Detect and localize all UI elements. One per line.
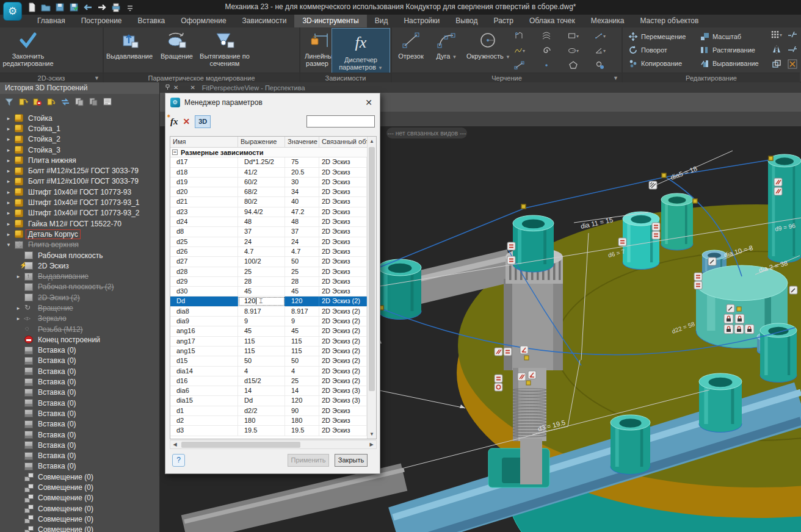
cell-name[interactable]: d25 (170, 237, 238, 246)
table-row[interactable]: d3 19.5 19.5 2D Эскиз (170, 426, 367, 436)
expander-icon[interactable]: ▸ (5, 147, 12, 153)
cell-expression[interactable]: 115 (238, 347, 285, 356)
table-row[interactable]: d16 d15/2 25 2D Эскиз (2) (170, 376, 367, 386)
cell-expression[interactable]: 14 (238, 386, 285, 395)
cell-value[interactable]: 25 (285, 267, 319, 276)
table-row[interactable]: dia8 8.917 8.917 2D Эскиз (2) (170, 307, 367, 317)
table-row[interactable]: d18 41/2 20.5 2D Эскиз (170, 168, 367, 178)
tree-item[interactable]: ▸ Деталь Корпус (0, 229, 159, 239)
revolve-button[interactable]: Вращение (158, 27, 195, 73)
cell-expression[interactable]: 94.4/2 (238, 207, 285, 217)
cell-object[interactable]: 2D Эскиз (319, 267, 367, 276)
expander-icon[interactable]: ▸ (5, 231, 12, 237)
cell-object[interactable]: 2D Эскиз (319, 168, 367, 177)
cell-expression[interactable]: 50 (238, 356, 285, 365)
cell-value[interactable]: 20.5 (285, 168, 319, 177)
cell-value[interactable]: 8.917 (285, 307, 319, 316)
collapse-group-icon[interactable]: − (172, 149, 178, 155)
cell-expression[interactable]: 28 (238, 277, 285, 286)
sync-icon[interactable] (60, 97, 70, 107)
cell-name[interactable]: d29 (170, 277, 238, 286)
cell-value[interactable]: 34 (285, 187, 319, 196)
close-tab-icon[interactable]: ✕ (190, 84, 195, 91)
cell-expression[interactable]: 60/2 (238, 178, 285, 187)
save-icon[interactable] (55, 2, 65, 12)
cell-object[interactable]: 2D Эскиз (319, 247, 367, 256)
cell-object[interactable]: 2D Эскиз (2) (319, 337, 367, 346)
close-icon[interactable]: ✕ (363, 98, 375, 107)
customize-toolbar-icon[interactable] (125, 2, 135, 12)
redo-icon[interactable] (97, 2, 107, 12)
cell-value[interactable]: 14 (285, 386, 319, 395)
cell-expression[interactable]: 48 (238, 217, 285, 226)
rebuild-error-icon[interactable] (32, 97, 42, 107)
tree-item[interactable]: Вставка (0) (0, 408, 159, 419)
table-row[interactable]: d2 180 180 2D Эскиз (170, 416, 367, 426)
expander-icon[interactable]: ▸ (5, 200, 12, 206)
cell-name[interactable]: dia14 (170, 367, 238, 376)
expander-icon[interactable]: ▸ (5, 178, 12, 184)
open-file-icon[interactable] (41, 2, 51, 12)
cell-value[interactable]: 28 (285, 277, 319, 286)
cell-object[interactable]: 2D Эскиз (319, 197, 367, 206)
table-row[interactable]: dia14 4 4 2D Эскиз (2) (170, 367, 367, 376)
cell-expression[interactable]: 8.917 (238, 307, 285, 316)
ribbon-tab[interactable]: Облака точек (521, 15, 583, 27)
table-row[interactable]: d1 d2/2 90 2D Эскиз (170, 406, 367, 416)
help-button[interactable]: ? (172, 454, 185, 467)
group-row-dimensional[interactable]: − Размерные зависимости (170, 148, 367, 157)
expander-icon[interactable]: ▸ (5, 157, 12, 164)
cell-expression[interactable]: Dd*1.25/2 (238, 157, 285, 167)
cell-name[interactable]: d24 (170, 217, 238, 226)
cell-value[interactable]: 180 (285, 416, 319, 425)
tree-item[interactable]: ▸ Штифт 10x40# ГОСТ 10773-93 (0, 187, 159, 197)
table-row[interactable]: d20 68/2 34 2D Эскиз (170, 187, 367, 197)
cell-expression[interactable]: 19.5 (238, 426, 285, 435)
cell-name[interactable]: d2 (170, 416, 238, 425)
close-button[interactable]: Закрыть (335, 454, 368, 467)
tree-item[interactable]: Совмещение (0) (0, 493, 159, 503)
table-row[interactable]: d19 60/2 30 2D Эскиз (170, 178, 367, 187)
cell-expression[interactable]: 120 (238, 297, 285, 306)
cell-object[interactable]: 2D Эскиз (319, 287, 367, 296)
align-button[interactable]: Выравнивание (699, 57, 759, 70)
cell-expression[interactable]: 41/2 (238, 168, 285, 177)
array-icon[interactable]: ▾ (771, 30, 782, 40)
dialog-titlebar[interactable]: ⚙ Менеджер параметров ✕ (165, 93, 380, 112)
vertical-scrollbar[interactable]: ▲ ▼ (367, 137, 376, 439)
cell-object[interactable]: 2D Эскиз (319, 217, 367, 226)
tree-item[interactable]: 2D Эскиз (0, 261, 159, 271)
ribbon-tab[interactable]: Главная (29, 15, 73, 27)
cell-name[interactable]: d15 (170, 356, 238, 365)
tree-item[interactable]: Вставка (0) (0, 419, 159, 430)
ribbon-tab[interactable]: Построение (73, 15, 130, 27)
cell-object[interactable]: 2D Эскиз (2) (319, 307, 367, 316)
tree-item[interactable]: Вставка (0) (0, 430, 159, 440)
cell-name[interactable]: d18 (170, 168, 238, 177)
cell-expression[interactable]: d2/2 (238, 406, 285, 415)
cell-object[interactable]: 2D Эскиз (3) (319, 386, 367, 395)
paste-history-icon[interactable] (88, 97, 98, 107)
apply-button[interactable]: Применить (288, 454, 329, 467)
ribbon-tab[interactable]: Вставка (130, 15, 173, 27)
application-menu-button[interactable]: ⚙ (3, 2, 22, 21)
expander-icon[interactable]: ▸ (5, 189, 12, 195)
table-row[interactable]: d26 4.7 4.7 2D Эскиз (170, 247, 367, 257)
cell-object[interactable]: 2D Эскиз (3) (319, 396, 367, 405)
ribbon-tab[interactable]: 3D-инструменты (294, 15, 366, 27)
scale-button[interactable]: Масштаб (699, 30, 759, 43)
cell-value[interactable]: 75 (285, 157, 319, 167)
ribbon-tab[interactable]: Оформление (173, 15, 234, 27)
table-row[interactable]: dia9 9 9 2D Эскиз (2) (170, 317, 367, 326)
tree-item[interactable]: ▸ Штифт 10x40# ГОСТ 10773-93_1 (0, 197, 159, 207)
layers-icon[interactable] (541, 31, 552, 41)
cell-name[interactable]: d20 (170, 187, 238, 196)
scroll-right-icon[interactable]: ▶ (367, 440, 376, 449)
tree-item[interactable]: ▸ Зеркало (0, 314, 159, 324)
mirror-icon[interactable] (771, 45, 782, 54)
cell-value[interactable]: 45 (285, 326, 319, 336)
cell-expression[interactable]: 68/2 (238, 187, 285, 196)
print-icon[interactable] (111, 2, 121, 12)
cell-name[interactable]: d26 (170, 247, 238, 256)
cell-value[interactable]: 115 (285, 337, 319, 346)
